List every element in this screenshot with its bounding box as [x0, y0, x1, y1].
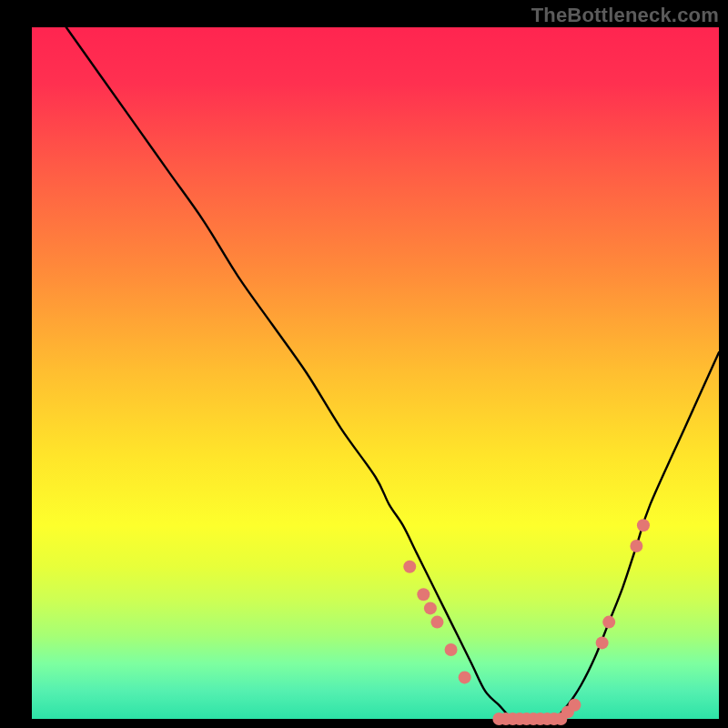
highlight-dot	[602, 616, 615, 629]
highlight-dot	[596, 636, 609, 649]
watermark-text: TheBottleneck.com	[531, 4, 719, 27]
highlight-dot	[568, 699, 581, 712]
highlight-dot	[637, 519, 650, 531]
highlight-dot	[403, 561, 416, 573]
highlight-dot	[424, 602, 437, 614]
highlight-dot	[417, 588, 430, 601]
chart-frame: TheBottleneck.com	[0, 0, 728, 728]
highlight-dot	[459, 671, 471, 683]
plot-area	[32, 27, 719, 719]
highlight-dot	[430, 616, 443, 629]
bottleneck-chart	[0, 0, 728, 728]
highlight-dot	[445, 643, 458, 656]
highlight-dot	[630, 540, 642, 552]
